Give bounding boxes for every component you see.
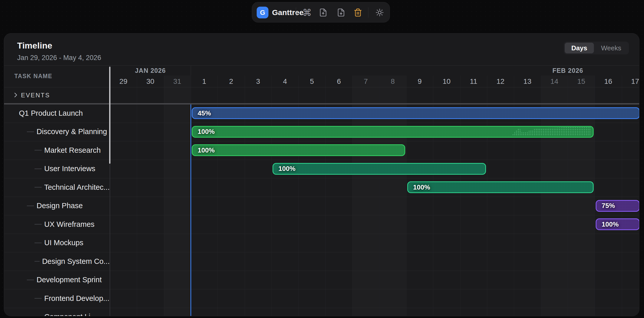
import-file-button[interactable] <box>318 7 329 18</box>
gantt-bar[interactable]: 100% <box>407 181 594 193</box>
task-indent-dash <box>35 187 42 187</box>
day-header-cell: 17 <box>622 76 639 87</box>
task-name: Technical Architec... <box>44 183 110 192</box>
day-header-cell: 6 <box>325 76 352 87</box>
task-name: UX Wireframes <box>44 220 95 229</box>
month-boundary-line <box>191 65 191 76</box>
day-gridline <box>137 76 137 316</box>
task-indent-dash <box>35 243 42 243</box>
gantt-bar[interactable]: 100% <box>596 218 639 230</box>
day-header-cell: 5 <box>298 76 325 87</box>
day-header-cell: 10 <box>433 76 460 87</box>
task-row[interactable]: Component Li... <box>4 308 110 316</box>
day-header-cell: 3 <box>245 76 272 87</box>
delete-button[interactable] <box>352 7 364 18</box>
view-mode-toggle: Days Weeks <box>564 42 629 54</box>
gantt-bar[interactable]: 100% <box>192 144 405 156</box>
task-indent-dash <box>35 298 42 299</box>
day-header-cell: 13 <box>514 76 541 87</box>
task-column-header: TASK NAME <box>14 65 52 87</box>
task-row[interactable]: UX Wireframes <box>4 215 110 233</box>
gantt-bar[interactable]: 45% <box>192 107 639 119</box>
day-header-cell: 7 <box>352 76 379 87</box>
today-marker-line <box>190 104 191 316</box>
task-name: Discovery & Planning <box>37 127 107 136</box>
page-title: Timeline <box>17 41 52 51</box>
toggle-weeks[interactable]: Weeks <box>594 43 628 53</box>
task-row[interactable]: Market Research <box>4 141 110 159</box>
task-name: Design Phase <box>37 202 83 210</box>
task-row[interactable]: Frontend Develop... <box>4 289 110 308</box>
task-indent-dash <box>35 169 42 169</box>
app-logo: G <box>257 7 268 18</box>
gantt-bar[interactable]: 100% <box>192 126 594 138</box>
export-file-button[interactable] <box>335 7 347 18</box>
day-header-cell: 31 <box>164 76 191 87</box>
month-label: FEB 2026 <box>529 65 606 76</box>
day-header-cell: 29 <box>110 76 137 87</box>
task-row[interactable]: Q1 Product Launch <box>4 104 110 122</box>
command-icon: ⌘ <box>302 7 312 18</box>
task-row[interactable]: Technical Architec... <box>4 178 110 196</box>
task-row[interactable]: Development Sprint <box>4 271 110 289</box>
app-name: Ganttree <box>272 2 303 23</box>
group-separator <box>4 103 639 104</box>
file-download-icon <box>337 8 345 17</box>
task-name: Design System Co... <box>42 257 110 266</box>
task-name: User Interviews <box>44 164 95 173</box>
task-name: Frontend Develop... <box>44 294 109 303</box>
task-name: Q1 Product Launch <box>19 109 83 117</box>
task-row[interactable]: Design Phase <box>4 197 110 215</box>
task-row[interactable]: User Interviews <box>4 160 110 178</box>
bar-progress: 100% <box>602 220 619 228</box>
bar-progress: 100% <box>413 183 430 191</box>
events-group-row[interactable]: EVENTS <box>4 87 639 103</box>
task-name: Development Sprint <box>37 276 102 284</box>
gantt-bar[interactable]: 75% <box>596 200 639 212</box>
task-name: Component Li... <box>44 313 97 316</box>
weekend-column-tint <box>164 76 191 316</box>
command-menu-button[interactable]: ⌘ <box>301 7 313 18</box>
day-header-cell: 2 <box>218 76 244 87</box>
date-range: Jan 29, 2026 - May 4, 2026 <box>17 54 101 62</box>
bar-progress: 75% <box>602 202 615 210</box>
task-indent-dash <box>35 150 42 150</box>
day-header-cell: 8 <box>379 76 406 87</box>
task-indent-dash <box>35 261 40 262</box>
bar-progress: 45% <box>198 109 211 117</box>
month-label: JAN 2026 <box>112 65 189 76</box>
day-header-cell: 14 <box>541 76 568 87</box>
app-toolbar: G Ganttree ⌘ <box>252 2 390 22</box>
events-group-label: EVENTS <box>21 87 50 103</box>
task-row[interactable]: Discovery & Planning <box>4 123 110 141</box>
task-name: Market Research <box>44 146 101 155</box>
day-header-cell: 16 <box>595 76 622 87</box>
task-indent-dash <box>27 280 34 280</box>
day-header-cell: 30 <box>137 76 164 87</box>
gantt-bar[interactable]: 100% <box>273 163 486 175</box>
task-indent-dash <box>35 224 42 225</box>
day-header-cell: 9 <box>406 76 433 87</box>
task-row[interactable]: Design System Co... <box>4 252 110 270</box>
sun-icon <box>375 8 384 17</box>
chevron-right-icon[interactable] <box>12 92 19 98</box>
vertical-scrollbar-thumb[interactable] <box>109 67 110 164</box>
theme-toggle-button[interactable] <box>374 7 385 18</box>
bar-progress: 100% <box>198 128 215 136</box>
file-upload-icon <box>319 8 327 17</box>
day-header-cell: 12 <box>487 76 514 87</box>
timeline-panel: Timeline Jan 29, 2026 - May 4, 2026 Days… <box>4 33 639 316</box>
task-name: UI Mockups <box>44 239 83 247</box>
day-header-cell: 4 <box>272 76 298 87</box>
task-row[interactable]: UI Mockups <box>4 234 110 252</box>
day-header-cell: 11 <box>460 76 487 87</box>
trash-icon <box>354 8 362 17</box>
toolbar-divider <box>296 7 296 18</box>
bar-progress: 100% <box>198 146 215 154</box>
toolbar-divider <box>368 7 368 18</box>
bar-texture <box>512 126 591 136</box>
day-gridline <box>164 76 164 316</box>
bar-progress: 100% <box>278 165 296 173</box>
toggle-days[interactable]: Days <box>565 43 594 53</box>
day-header-cell: 1 <box>191 76 218 87</box>
